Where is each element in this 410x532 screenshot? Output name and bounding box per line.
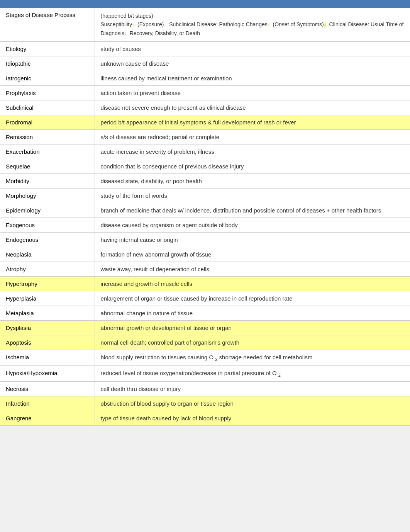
definition-cell: abnormal change in nature of tissue <box>95 306 410 321</box>
term-cell: Atrophy <box>0 262 95 277</box>
table-row: Sequelaecondition that is consequence of… <box>0 159 410 174</box>
table-row: Etiologystudy of causes <box>0 42 410 56</box>
term-cell: Iatrogenic <box>0 71 95 86</box>
table-row: Exacerbationacute increase in severity o… <box>0 144 410 159</box>
table-row: Subclinicaldisease not severe enough to … <box>0 100 410 115</box>
term-cell: Sequelae <box>0 159 95 174</box>
definition-cell: study of the form of words <box>95 189 410 203</box>
table-row: Endogenoushaving internal cause or origi… <box>0 233 410 247</box>
term-cell: Subclinical <box>0 100 95 115</box>
term-cell: Gangrene <box>0 411 95 426</box>
term-cell: Etiology <box>0 42 95 56</box>
table-row: Atrophywaste away, result of degeneratio… <box>0 262 410 277</box>
definition-cell: waste away, result of degeneration of ce… <box>95 262 410 277</box>
table-row: Prodromalperiod b/t appearance of initia… <box>0 115 410 130</box>
term-cell: Infarction <box>0 396 95 411</box>
term-cell: Hypoxia/Hypoxemia <box>0 366 95 382</box>
table-row: Hypoxia/Hypoxemiareduced level of tissue… <box>0 366 410 382</box>
definition-cell: cell death thru disease or injury <box>95 382 410 396</box>
definition-cell: increase and growth of muscle cells <box>95 277 410 291</box>
definition-cell: condition that is consequence of previou… <box>95 159 410 174</box>
table-row: Neoplasiaformation of new abnormal growt… <box>0 247 410 262</box>
table-row: Stages of Disease Process(happened b/t s… <box>0 8 410 42</box>
term-cell: Prophylaxis <box>0 86 95 100</box>
table-row: Metaplasiaabnormal change in nature of t… <box>0 306 410 321</box>
term-cell: Apoptosis <box>0 335 95 350</box>
definition-cell: disease not severe enough to present as … <box>95 100 410 115</box>
term-cell: Neoplasia <box>0 247 95 262</box>
table-row: Iatrogenicillness caused by medical trea… <box>0 71 410 86</box>
definition-cell: (happened b/t stages)Susceptibility↓ (Ex… <box>95 8 410 42</box>
table-row: Gangrenetype of tissue death caused by l… <box>0 411 410 426</box>
definition-cell: acute increase in severity of problem, i… <box>95 144 410 159</box>
table-row: Ischemiablood supply restriction to tiss… <box>0 350 410 366</box>
definition-cell: s/s of disease are reduced; partial or c… <box>95 130 410 144</box>
table-row: Hyperplasiaenlargement of organ or tissu… <box>0 291 410 306</box>
term-cell: Hyperplasia <box>0 291 95 306</box>
definition-cell: obstruction of blood supply to organ or … <box>95 396 410 411</box>
page-header <box>0 0 410 8</box>
definition-cell: having internal cause or origin <box>95 233 410 247</box>
table-row: Prophylaxisaction taken to prevent disea… <box>0 86 410 100</box>
table-row: Idiopathicunknown cause of disease <box>0 56 410 71</box>
term-cell: Metaplasia <box>0 306 95 321</box>
definition-cell: disease caused by organism or agent outs… <box>95 218 410 233</box>
definition-cell: study of causes <box>95 42 410 56</box>
definition-cell: reduced level of tissue oxygenation/decr… <box>95 366 410 382</box>
table-row: Necrosiscell death thru disease or injur… <box>0 382 410 396</box>
term-cell: Endogenous <box>0 233 95 247</box>
definition-cell: formation of new abnormal growth of tiss… <box>95 247 410 262</box>
table-row: Apoptosisnormal cell death; controlled p… <box>0 335 410 350</box>
term-cell: Epidemiology <box>0 203 95 218</box>
definition-cell: period b/t appearance of initial symptom… <box>95 115 410 130</box>
definition-cell: normal cell death; controlled part of or… <box>95 335 410 350</box>
term-cell: Exacerbation <box>0 144 95 159</box>
definition-cell: unknown cause of disease <box>95 56 410 71</box>
term-cell: Prodromal <box>0 115 95 130</box>
definition-cell: action taken to prevent disease <box>95 86 410 100</box>
term-cell: Idiopathic <box>0 56 95 71</box>
definition-cell: branch of medicine that deals w/ inciden… <box>95 203 410 218</box>
term-cell: Necrosis <box>0 382 95 396</box>
table-row: Hypertrophyincrease and growth of muscle… <box>0 277 410 291</box>
table-row: Exogenousdisease caused by organism or a… <box>0 218 410 233</box>
term-cell: Exogenous <box>0 218 95 233</box>
definition-cell: blood supply restriction to tissues caus… <box>95 350 410 366</box>
definition-cell: diseased state, disability, or poor heal… <box>95 174 410 189</box>
definition-cell: abnormal growth or development of tissue… <box>95 321 410 335</box>
term-cell: Morbidity <box>0 174 95 189</box>
table-row: Morbiditydiseased state, disability, or … <box>0 174 410 189</box>
definition-cell: illness caused by medical treatment or e… <box>95 71 410 86</box>
term-cell: Remission <box>0 130 95 144</box>
term-cell: Ischemia <box>0 350 95 366</box>
table-row: Dysplasiaabnormal growth or development … <box>0 321 410 335</box>
table-row: Infarctionobstruction of blood supply to… <box>0 396 410 411</box>
definition-cell: enlargement of organ or tissue caused by… <box>95 291 410 306</box>
vocabulary-table: Stages of Disease Process(happened b/t s… <box>0 8 410 426</box>
table-row: Epidemiologybranch of medicine that deal… <box>0 203 410 218</box>
table-row: Remissions/s of disease are reduced; par… <box>0 130 410 144</box>
term-cell: Stages of Disease Process <box>0 8 95 42</box>
term-cell: Hypertrophy <box>0 277 95 291</box>
table-row: Morphologystudy of the form of words <box>0 189 410 203</box>
term-cell: Morphology <box>0 189 95 203</box>
term-cell: Dysplasia <box>0 321 95 335</box>
definition-cell: type of tissue death caused by lack of b… <box>95 411 410 426</box>
